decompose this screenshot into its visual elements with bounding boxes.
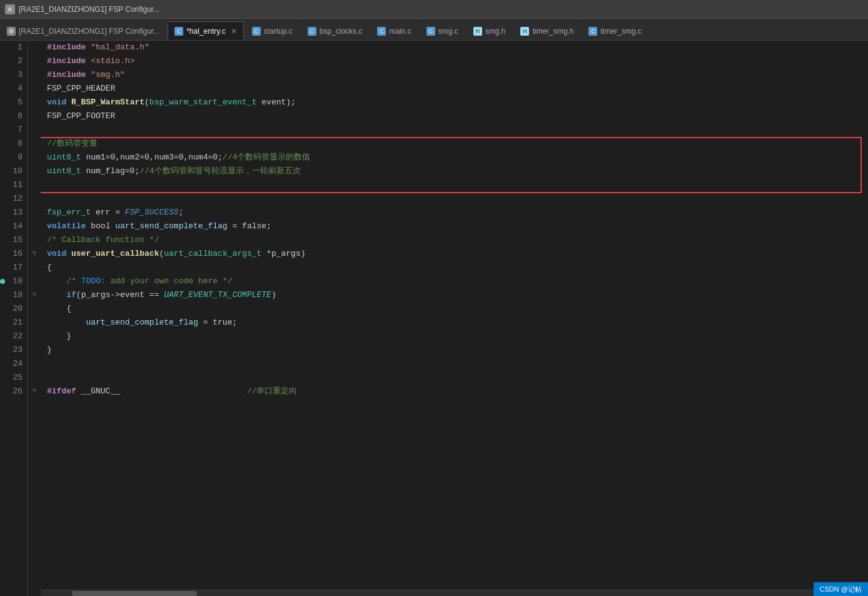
tab-startup[interactable]: C startup.c	[245, 21, 300, 40]
code-line-26: #ifdef __GNUC__ //串口重定向	[47, 385, 868, 398]
tab-label-main: main.c	[389, 27, 411, 36]
token-comment-10: //4个数码管和冒号轮流显示，一轮刷新五次	[139, 164, 300, 178]
fold-empty-3	[28, 68, 41, 82]
line-num-9: 9	[0, 151, 28, 164]
token-param-event-1: event);	[257, 96, 296, 109]
fold-empty-6	[28, 109, 41, 123]
fold-empty-7	[28, 123, 41, 137]
token-type-uart-args: uart_callback_args_t	[164, 247, 261, 261]
token-comment-8: //数码管变量	[47, 137, 98, 151]
scrollbar-thumb[interactable]	[72, 591, 197, 596]
status-text: CSDN @记帖	[820, 585, 862, 594]
token-indent-18	[47, 275, 66, 288]
fold-empty-20	[28, 302, 41, 316]
token-todo-word: TODO	[81, 275, 101, 288]
tab-icon-timer-smg-h: H	[520, 27, 529, 36]
token-include-str-3: "smg.h"	[91, 68, 125, 82]
horizontal-scrollbar[interactable]	[41, 590, 868, 596]
tab-close-hal-entry[interactable]: ✕	[231, 27, 237, 36]
fold-arrow-26[interactable]: ▽	[28, 385, 41, 398]
token-fsp-success: FSP_SUCCESS	[125, 206, 179, 220]
token-cmt-callback-word: Callback	[61, 233, 100, 247]
tab-label-timer-smg-h: timer_smg.h	[532, 27, 573, 36]
line-num-12: 12	[0, 192, 28, 206]
code-line-1: #include "hal_data.h"	[47, 41, 868, 54]
tab-main[interactable]: C main.c	[370, 21, 418, 40]
tab-bsp-clocks[interactable]: C bsp_clocks.c	[301, 21, 370, 40]
tab-smg-c[interactable]: C smg.c	[420, 21, 465, 40]
token-void-1: void	[47, 96, 71, 109]
line-num-24: 24	[0, 357, 28, 371]
fold-arrow-19[interactable]: ▽	[28, 288, 41, 302]
tab-label-smg-h: smg.h	[485, 27, 506, 36]
code-line-16: void user_uart_callback(uart_callback_ar…	[47, 247, 868, 261]
fold-empty-23	[28, 343, 41, 357]
code-line-21: uart_send_complete_flag = true;	[47, 316, 868, 330]
line-num-16: 16	[0, 247, 28, 261]
fold-empty-5	[28, 96, 41, 109]
code-line-7	[47, 123, 868, 137]
tab-label-smg-c: smg.c	[438, 27, 458, 36]
line-num-11: 11	[0, 178, 28, 192]
token-indent-21	[47, 316, 86, 330]
fold-empty-12	[28, 192, 41, 206]
token-vars-9: num1=0,num2=0,num3=0,num4=0;	[81, 151, 223, 164]
code-content[interactable]: #include "hal_data.h" #include <stdio.h>…	[41, 41, 868, 596]
token-err-decl: err =	[91, 206, 125, 220]
tab-fsp-config[interactable]: ⚙ [RA2E1_DIANZIZHONG1] FSP Configur...	[0, 21, 166, 40]
token-ifdef: #ifdef	[47, 385, 76, 398]
line-num-19: 19	[0, 288, 28, 302]
token-fn-warmstart: R_BSP_WarmStart	[71, 96, 144, 109]
code-line-18: /* TODO: add your own code here */	[47, 275, 868, 288]
code-line-10: uint8_t num_flag=0;//4个数码管和冒号轮流显示，一轮刷新五次	[47, 164, 868, 178]
token-assign-false: = false;	[228, 220, 271, 233]
token-void-2: void	[47, 247, 71, 261]
line-num-7: 7	[0, 123, 28, 137]
tab-timer-smg-h[interactable]: H timer_smg.h	[513, 21, 580, 40]
tab-label-startup: startup.c	[264, 27, 293, 36]
token-if-cond: (p_args->event ==	[76, 288, 164, 302]
line-num-8: 8	[0, 137, 28, 151]
fold-empty-8	[28, 137, 41, 151]
fold-arrow-16[interactable]: ▽	[28, 247, 41, 261]
fold-empty-17	[28, 261, 41, 275]
code-line-9: uint8_t num1=0,num2=0,num3=0,num4=0;//4个…	[47, 151, 868, 164]
token-semi-13: ;	[179, 206, 184, 220]
token-type-fsperr: fsp_err_t	[47, 206, 91, 220]
fold-gutter: ▽ ▽ ▽	[28, 41, 41, 596]
tab-icon-timer-smg-c: C	[588, 27, 597, 36]
code-line-19: if(p_args->event == UART_EVENT_TX_COMPLE…	[47, 288, 868, 302]
code-line-25	[47, 371, 868, 385]
code-line-17: {	[47, 261, 868, 275]
tab-timer-smg-c[interactable]: C timer_smg.c	[582, 21, 648, 40]
token-true-assign: = true;	[198, 316, 237, 330]
line-num-21: 21	[0, 316, 28, 330]
tab-hal-entry[interactable]: C *hal_entry.c ✕	[168, 21, 243, 40]
token-volatile: volatile	[47, 220, 86, 233]
fold-empty-13	[28, 206, 41, 220]
tab-smg-h[interactable]: H smg.h	[467, 21, 513, 40]
token-indent-19	[47, 288, 66, 302]
tab-icon-smg-c: C	[426, 27, 435, 36]
token-cmt-function-word: function	[101, 233, 144, 247]
tab-icon-smg-h: H	[473, 27, 482, 36]
line-num-25: 25	[0, 371, 28, 385]
token-if: if	[66, 288, 76, 302]
fold-empty-18	[28, 275, 41, 288]
tab-label-bsp-clocks: bsp_clocks.c	[320, 27, 363, 36]
token-type-uint8-1: uint8_t	[47, 151, 81, 164]
code-line-23: }	[47, 343, 868, 357]
token-indent-20: {	[47, 302, 71, 316]
fold-empty-14	[28, 220, 41, 233]
fold-empty-15	[28, 233, 41, 247]
token-fsp-cpp-footer: FSP_CPP_FOOTER	[47, 109, 115, 123]
fold-empty-11	[28, 178, 41, 192]
line-num-18: 18	[0, 275, 28, 288]
fold-empty-4	[28, 82, 41, 96]
fold-empty-9	[28, 151, 41, 164]
line-num-10: 10	[0, 164, 28, 178]
token-include-kw-3: #include	[47, 68, 91, 82]
token-ptr-pargs: *p_args)	[261, 247, 305, 261]
token-include-str-1: "hal_data.h"	[91, 41, 149, 54]
token-fn-uart-callback: user_uart_callback	[71, 247, 159, 261]
